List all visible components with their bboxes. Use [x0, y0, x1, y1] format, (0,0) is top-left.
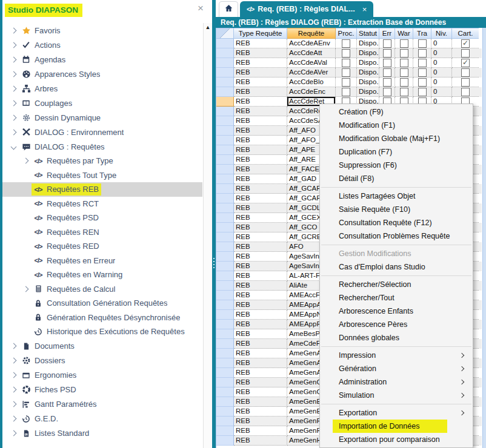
cell-tra[interactable] [413, 87, 431, 97]
row-selector-cell[interactable] [216, 300, 234, 310]
chevron-right-icon[interactable] [10, 56, 16, 62]
row-selector-cell[interactable] [216, 97, 234, 107]
menu-item-importation-de-donn-es[interactable]: Importation de Données [320, 420, 473, 433]
chevron-down-icon[interactable] [10, 143, 16, 150]
menu-item-saisie-requ-te-f10[interactable]: Saisie Requête (F10) [320, 203, 473, 216]
err-checkbox[interactable] [383, 39, 391, 48]
cell-type-requete[interactable]: REB [234, 194, 287, 203]
cell-statut[interactable]: Dispo. [357, 87, 379, 97]
cell-requete[interactable]: AccCdeAEnv [287, 39, 336, 48]
sidebar-item-documents[interactable]: Documents [2, 339, 202, 354]
column-header[interactable]: Err [379, 28, 395, 39]
err-checkbox[interactable] [383, 88, 391, 96]
cell-proc[interactable] [336, 68, 357, 77]
cell-cart[interactable] [452, 58, 479, 68]
cell-tra[interactable] [413, 39, 431, 48]
sidebar-item-requ-tes-tout-type[interactable]: </> Requêtes Tout Type [2, 168, 202, 183]
column-header[interactable]: Tra [413, 28, 431, 39]
row-selector-cell[interactable] [216, 368, 234, 378]
menu-item-duplication-f7[interactable]: Duplication (F7) [320, 145, 473, 159]
cell-niveau[interactable]: 0 [431, 58, 452, 68]
cart-checkbox[interactable] [461, 39, 470, 48]
cell-type-requete[interactable]: REB [234, 58, 287, 68]
table-row[interactable]: REB AccCdeAVal Dispo. 0 [216, 58, 482, 68]
sidebar-item-agendas[interactable]: Agendas [2, 52, 202, 67]
scroll-up-icon[interactable]: ▲ [204, 23, 212, 31]
menu-item-rechercher-tout[interactable]: Rechercher/Tout [320, 291, 473, 305]
cell-type-requete[interactable]: REB [234, 271, 287, 281]
sidebar-item-historique-des-ex-cutions-de-requ-tes[interactable]: Historique des Exécutions de Requêtes [2, 324, 202, 339]
row-selector-cell[interactable] [216, 417, 234, 426]
cell-type-requete[interactable]: REB [234, 48, 287, 58]
cell-type-requete[interactable]: REB [234, 155, 287, 165]
table-row[interactable]: REB AccCdeAEnv Dispo. 0 [216, 39, 482, 48]
chevron-right-icon[interactable] [10, 42, 16, 48]
cell-niveau[interactable]: 0 [431, 39, 452, 48]
cell-type-requete[interactable]: REB [234, 145, 287, 155]
row-selector-cell[interactable] [216, 194, 234, 203]
row-selector-cell[interactable] [216, 203, 234, 213]
row-selector-cell[interactable] [216, 262, 234, 271]
cell-war[interactable] [395, 39, 413, 48]
menu-item-donn-es-globales[interactable]: Données globales [320, 331, 473, 344]
cell-type-requete[interactable]: REB [234, 339, 287, 349]
row-selector-cell[interactable] [216, 184, 234, 194]
proc-checkbox[interactable] [342, 78, 350, 87]
column-header[interactable]: Proc. [336, 28, 357, 39]
war-checkbox[interactable] [400, 39, 408, 48]
row-selector-cell[interactable] [216, 68, 234, 77]
chevron-right-icon[interactable] [10, 430, 16, 436]
cell-type-requete[interactable]: REB [234, 426, 287, 436]
tab-close-icon[interactable]: × [362, 5, 367, 14]
cell-cart[interactable] [452, 77, 479, 87]
cell-niveau[interactable]: 0 [431, 48, 452, 58]
cell-niveau[interactable]: 0 [431, 87, 452, 97]
sidebar-item-requ-tes-reb[interactable]: </> Requêtes REB [2, 182, 202, 197]
row-selector-cell[interactable] [216, 58, 234, 68]
sidebar-item-requ-tes-rct[interactable]: </> Requêtes RCT [2, 197, 202, 211]
column-header[interactable]: Cart. [452, 28, 479, 39]
cell-type-requete[interactable]: REB [234, 242, 287, 252]
row-selector-cell[interactable] [216, 310, 234, 320]
menu-item-modification-f1[interactable]: Modification (F1) [320, 119, 473, 132]
row-selector-cell[interactable] [216, 136, 234, 145]
cart-checkbox[interactable] [461, 68, 470, 77]
err-checkbox[interactable] [383, 78, 391, 87]
cell-type-requete[interactable]: REB [234, 77, 287, 87]
menu-item-simulation[interactable]: Simulation [320, 389, 473, 402]
chevron-right-icon[interactable] [10, 85, 16, 91]
cell-proc[interactable] [336, 48, 357, 58]
row-selector-cell[interactable] [216, 358, 234, 368]
menu-item-arborescence-enfants[interactable]: Arborescence Enfants [320, 305, 473, 318]
menu-item-impression[interactable]: Impression [320, 349, 473, 362]
cell-statut[interactable]: Dispo. [357, 48, 379, 58]
row-selector-cell[interactable] [216, 378, 234, 387]
row-selector-cell[interactable] [216, 77, 234, 87]
cell-type-requete[interactable]: REB [234, 165, 287, 174]
war-checkbox[interactable] [400, 59, 408, 67]
chevron-right-icon[interactable] [10, 416, 16, 422]
row-selector-cell[interactable] [216, 397, 234, 407]
proc-checkbox[interactable] [342, 88, 350, 96]
war-checkbox[interactable] [400, 49, 408, 58]
sidebar-item-fiches-psd[interactable]: Fiches PSD [2, 383, 202, 397]
row-selector-cell[interactable] [216, 252, 234, 262]
row-selector-cell[interactable] [216, 107, 234, 116]
row-selector-cell[interactable] [216, 436, 234, 446]
sidebar-item-gantt-param-tr-s[interactable]: Gantt Paramétrés [2, 397, 202, 412]
row-selector-cell[interactable] [216, 291, 234, 300]
cell-type-requete[interactable]: REB [234, 329, 287, 339]
cell-tra[interactable] [413, 68, 431, 77]
cell-type-requete[interactable]: REB [234, 39, 287, 48]
cell-tra[interactable] [413, 77, 431, 87]
cell-war[interactable] [395, 58, 413, 68]
row-selector-cell[interactable] [216, 320, 234, 329]
cell-type-requete[interactable]: REB [234, 320, 287, 329]
sidebar-item-couplages[interactable]: Couplages [2, 96, 202, 110]
cell-war[interactable] [395, 77, 413, 87]
cell-requete[interactable]: AccCdeEnc [287, 87, 336, 97]
proc-checkbox[interactable] [342, 68, 350, 77]
cell-type-requete[interactable]: REB [234, 252, 287, 262]
tra-checkbox[interactable] [418, 68, 427, 77]
cell-type-requete[interactable]: REB [234, 397, 287, 407]
